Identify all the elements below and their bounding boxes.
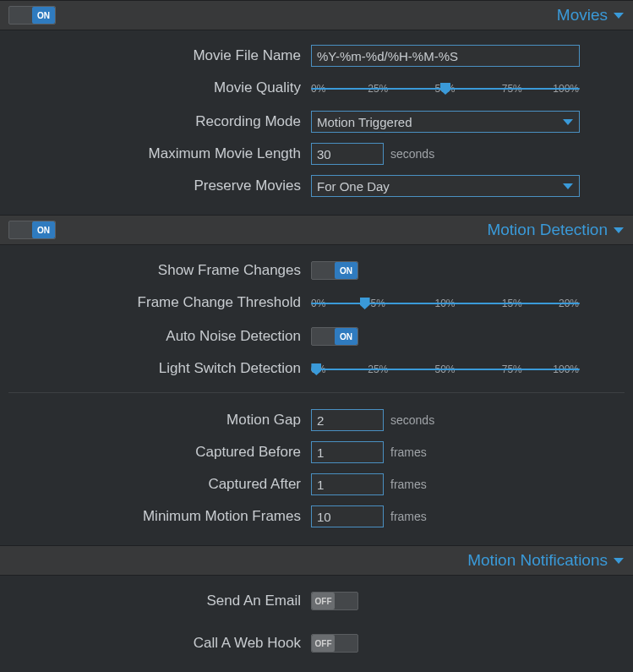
captured-after-label: Captured After	[8, 476, 311, 493]
light-switch-label: Light Switch Detection	[8, 360, 311, 377]
captured-before-label: Captured Before	[8, 444, 311, 461]
auto-noise-toggle[interactable]: ON	[311, 327, 358, 346]
show-frame-changes-toggle[interactable]: ON	[311, 261, 358, 280]
notifications-section-title[interactable]: Motion Notifications	[467, 551, 608, 570]
motion-section-header: ON Motion Detection	[0, 215, 633, 245]
web-hook-toggle[interactable]: OFF	[311, 634, 358, 653]
movies-section-body: Movie File Name Movie Quality 0% 25% 50%…	[0, 30, 633, 215]
send-email-label: Send An Email	[8, 593, 311, 609]
light-switch-slider[interactable]: 0% 25% 50% 75% 100%	[311, 363, 580, 374]
divider	[8, 392, 625, 393]
recording-mode-dropdown[interactable]: Motion Triggered	[311, 111, 580, 133]
slider-thumb[interactable]	[311, 363, 321, 375]
captured-after-unit: frames	[390, 478, 427, 491]
notifications-section-header: Motion Notifications	[0, 545, 633, 576]
chevron-down-icon	[562, 179, 574, 194]
captured-before-unit: frames	[390, 445, 427, 459]
preserve-movies-value: For One Day	[317, 179, 390, 194]
web-hook-label: Call A Web Hook	[8, 635, 311, 652]
toggle-handle: ON	[335, 262, 357, 279]
toggle-handle: ON	[32, 221, 55, 238]
auto-noise-label: Auto Noise Detection	[8, 328, 311, 345]
toggle-handle: OFF	[312, 593, 335, 609]
preserve-movies-dropdown[interactable]: For One Day	[311, 175, 580, 197]
chevron-down-icon[interactable]	[613, 223, 625, 238]
recording-mode-label: Recording Mode	[8, 113, 311, 130]
recording-mode-value: Motion Triggered	[317, 115, 412, 129]
frame-change-threshold-label: Frame Change Threshold	[8, 294, 311, 311]
motion-gap-input[interactable]	[311, 409, 384, 431]
chevron-down-icon	[562, 115, 574, 129]
chevron-down-icon[interactable]	[613, 554, 625, 568]
movies-enable-toggle[interactable]: ON	[8, 6, 56, 25]
motion-enable-toggle[interactable]: ON	[8, 221, 56, 239]
motion-section-title[interactable]: Motion Detection	[487, 221, 608, 239]
captured-after-input[interactable]	[311, 473, 384, 495]
movies-section-title[interactable]: Movies	[557, 6, 608, 25]
toggle-handle: OFF	[312, 635, 335, 652]
notifications-section-body: Send An Email OFF Call A Web Hook OFF Ru…	[0, 576, 633, 672]
captured-before-input[interactable]	[311, 441, 384, 463]
min-motion-frames-unit: frames	[390, 510, 427, 523]
preserve-movies-label: Preserve Movies	[8, 178, 311, 194]
motion-gap-unit: seconds	[390, 413, 434, 427]
slider-thumb[interactable]	[360, 298, 370, 309]
min-motion-frames-label: Minimum Motion Frames	[8, 508, 311, 525]
movie-file-name-input[interactable]	[311, 45, 580, 67]
movie-quality-slider[interactable]: 0% 25% 50% 75% 100%	[311, 83, 580, 93]
max-movie-length-unit: seconds	[390, 147, 434, 161]
min-motion-frames-input[interactable]	[311, 505, 384, 527]
movie-quality-label: Movie Quality	[8, 79, 311, 96]
send-email-toggle[interactable]: OFF	[311, 592, 358, 610]
movies-section-header: ON Movies	[0, 0, 633, 30]
frame-change-threshold-slider[interactable]: 0% 5% 10% 15% 20%	[311, 298, 580, 308]
toggle-handle: ON	[32, 7, 55, 24]
movie-file-name-label: Movie File Name	[8, 47, 311, 64]
max-movie-length-input[interactable]	[311, 143, 384, 165]
slider-thumb[interactable]	[440, 83, 450, 95]
show-frame-changes-label: Show Frame Changes	[8, 262, 311, 279]
chevron-down-icon[interactable]	[613, 8, 625, 23]
motion-section-body: Show Frame Changes ON Frame Change Thres…	[0, 245, 633, 545]
max-movie-length-label: Maximum Movie Length	[8, 145, 311, 162]
toggle-handle: ON	[335, 328, 357, 345]
motion-gap-label: Motion Gap	[8, 412, 311, 429]
